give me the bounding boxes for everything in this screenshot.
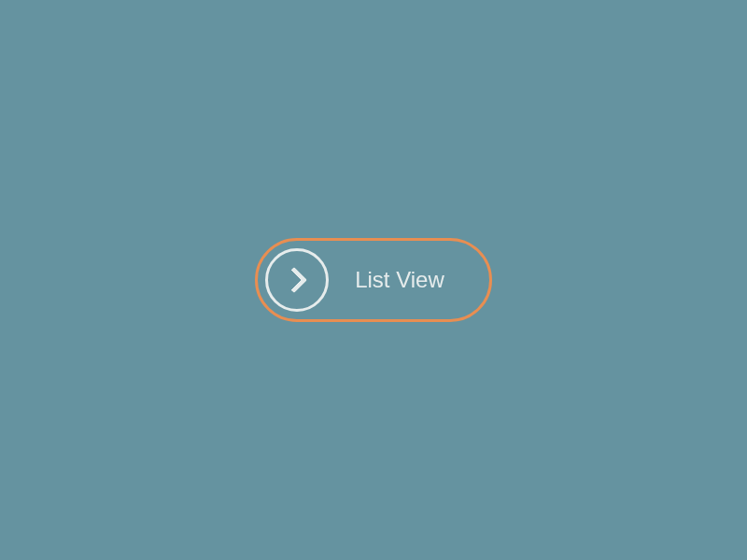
button-label: List View [355,267,444,293]
list-view-button[interactable]: List View [255,238,492,322]
chevron-right-icon [265,248,329,312]
